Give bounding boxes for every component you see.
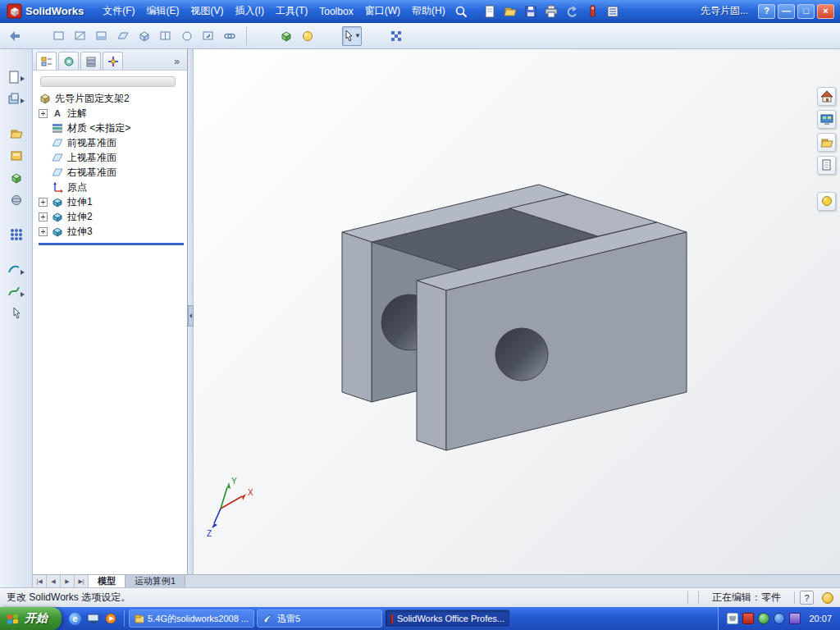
open-icon[interactable] [504, 5, 517, 18]
tray-input-icon[interactable] [727, 613, 738, 624]
panel-chevron[interactable]: » [170, 56, 184, 70]
model-tab[interactable]: 模型 [89, 575, 126, 587]
scene-icon[interactable] [298, 26, 317, 46]
close-button[interactable]: × [817, 4, 834, 19]
previous-view-icon[interactable] [5, 26, 25, 46]
perspective-view-icon[interactable] [177, 26, 197, 46]
appearance-icon[interactable] [276, 26, 296, 46]
motion-study-tab[interactable]: 运动算例1 [126, 575, 185, 587]
tree-item-annotations[interactable]: + A 注解 [39, 106, 187, 121]
tab-scroll-last[interactable]: ▶| [75, 575, 89, 587]
print-icon[interactable] [545, 5, 558, 18]
start-button[interactable]: 开始 [0, 607, 62, 630]
menu-toolbox[interactable]: Toolbox [313, 3, 358, 20]
iso-view-icon[interactable] [135, 26, 154, 46]
rollback-bar[interactable] [39, 243, 184, 245]
pointer-tool-icon[interactable] [3, 304, 30, 323]
save-icon[interactable] [524, 5, 537, 18]
help-button[interactable]: ? [758, 4, 775, 19]
select-tool[interactable]: ▼ [342, 26, 362, 46]
system-tray: 20:07 [718, 607, 840, 630]
quicklaunch-media-icon[interactable] [105, 613, 116, 624]
menu-view[interactable]: 视图(V) [185, 2, 230, 21]
quicklaunch-ie-icon[interactable]: e [69, 613, 81, 625]
tree-item-label: 前视基准面 [67, 136, 116, 150]
tree-item-extrude1[interactable]: + 拉伸1 [39, 194, 187, 209]
menu-tools[interactable]: 工具(T) [270, 2, 313, 21]
task-button-solidworks[interactable]: SolidWorks Office Profes... [385, 609, 510, 628]
open-part-icon[interactable] [3, 89, 30, 109]
grid-dots-icon[interactable] [3, 225, 30, 244]
wireframe-view-icon[interactable] [49, 26, 69, 46]
menu-insert[interactable]: 插入(I) [230, 2, 270, 21]
menu-file[interactable]: 文件(F) [97, 2, 140, 21]
task-button-explorer[interactable]: 5.4G的solidworks2008 ... [129, 609, 254, 628]
maximize-button[interactable]: □ [797, 4, 815, 19]
status-tag-icon[interactable] [822, 592, 833, 604]
tree-item-origin[interactable]: 原点 [39, 180, 187, 194]
tab-featuremanager[interactable] [36, 52, 57, 70]
tree-item-extrude3[interactable]: + 拉伸3 [39, 224, 187, 239]
tray-antivirus-icon[interactable] [742, 613, 754, 624]
documents-icon[interactable] [817, 156, 836, 175]
menu-edit[interactable]: 编辑(E) [141, 2, 185, 21]
green-cube-tool-icon[interactable] [3, 168, 30, 188]
tab-scroll-next[interactable]: ▶ [61, 575, 75, 587]
panel-splitter[interactable] [188, 49, 194, 574]
graphics-area[interactable]: X Y Z [188, 49, 840, 574]
tree-root-item[interactable]: 先导片固定支架2 [39, 91, 187, 106]
tree-item-top-plane[interactable]: 上视基准面 [39, 150, 187, 165]
tree-item-extrude2[interactable]: + 拉伸2 [39, 209, 187, 224]
tree-item-right-plane[interactable]: 右视基准面 [39, 165, 187, 180]
link-views-icon[interactable] [220, 26, 240, 46]
select-dropdown-icon[interactable]: ▼ [354, 32, 361, 39]
folder-tool-icon[interactable] [3, 124, 30, 144]
shaded-view-icon[interactable] [92, 26, 112, 46]
statusbar: 更改 SolidWorks 选项设定。 正在编辑：零件 ? [0, 587, 840, 607]
taskbar-clock: 20:07 [809, 614, 832, 623]
tab-configurationmanager[interactable] [80, 52, 101, 70]
menu-help[interactable]: 帮助(H) [406, 2, 451, 21]
new-document-icon[interactable] [483, 5, 496, 18]
normal-to-view-icon[interactable] [156, 26, 176, 46]
tree-item-front-plane[interactable]: 前视基准面 [39, 135, 187, 150]
file-explorer-folder-icon[interactable] [817, 133, 836, 152]
expand-icon[interactable]: + [39, 227, 48, 236]
tab-propertymanager[interactable] [58, 52, 79, 70]
sketch-tool-icon[interactable] [3, 259, 30, 279]
expand-icon[interactable]: + [39, 109, 48, 118]
toolbox-device-icon[interactable] [586, 5, 599, 18]
tray-network-icon[interactable] [774, 613, 785, 624]
quicklaunch-desktop-icon[interactable] [87, 614, 99, 624]
sphere-tool-icon[interactable] [3, 190, 30, 210]
search-icon[interactable] [454, 4, 468, 19]
start-label: 开始 [25, 611, 48, 626]
minimize-button[interactable]: — [778, 4, 795, 19]
hidden-lines-view-icon[interactable] [71, 26, 90, 46]
undo-icon[interactable] [565, 5, 578, 18]
tray-volume-icon[interactable] [789, 613, 801, 624]
task-button-thunder[interactable]: 迅雷5 [257, 609, 382, 628]
zoom-fit-icon[interactable] [199, 26, 218, 46]
menu-window[interactable]: 窗口(W) [359, 2, 406, 21]
status-help-button[interactable]: ? [800, 591, 814, 605]
new-part-icon[interactable] [3, 67, 30, 87]
tab-scroll-prev[interactable]: ◀ [47, 575, 61, 587]
home-icon[interactable] [817, 87, 836, 106]
expand-icon[interactable]: + [39, 212, 48, 221]
tray-messenger-icon[interactable] [758, 613, 769, 624]
tab-dimxpert[interactable] [103, 52, 123, 70]
design-library-icon[interactable] [817, 110, 836, 129]
spline-tool-icon[interactable] [3, 281, 30, 301]
section-view-icon[interactable] [113, 26, 133, 46]
publish-tool-icon[interactable] [3, 146, 30, 166]
tree-item-material[interactable]: 材质 <未指定> [39, 121, 187, 135]
document-tabs-bar: |◀ ◀ ▶ ▶| 模型 运动算例1 [33, 574, 840, 587]
panel-collapse-handle[interactable] [188, 305, 194, 326]
plane-icon [51, 167, 64, 178]
grid-icon[interactable] [386, 26, 406, 46]
resources-bulb-icon[interactable] [817, 192, 836, 211]
tab-scroll-first[interactable]: |◀ [33, 575, 47, 587]
options-list-icon[interactable] [606, 5, 619, 18]
expand-icon[interactable]: + [39, 198, 48, 207]
